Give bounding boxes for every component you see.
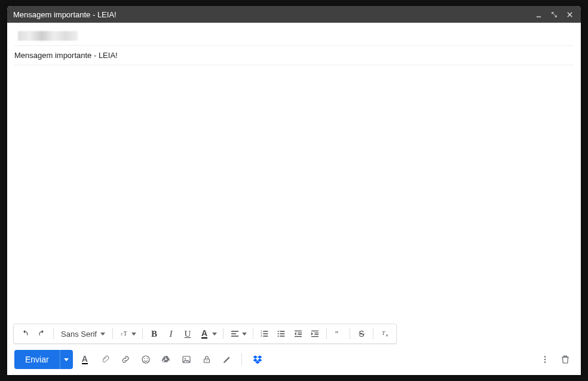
svg-point-10 xyxy=(278,333,279,334)
svg-text:3: 3 xyxy=(261,334,262,337)
toolbar-divider xyxy=(373,328,373,339)
send-button[interactable]: Enviar xyxy=(14,350,60,369)
quote-button[interactable]: ” xyxy=(330,326,346,342)
svg-text:T: T xyxy=(121,333,123,336)
undo-icon xyxy=(20,329,30,339)
bullet-list-icon xyxy=(277,329,286,339)
title-bar: Mensagem importante - LEIA! xyxy=(7,6,581,23)
remove-formatting-button[interactable]: T✕ xyxy=(377,326,393,342)
toolbar-divider xyxy=(53,328,54,339)
compose-window: Mensagem importante - LEIA! xyxy=(7,6,581,375)
indent-more-button[interactable] xyxy=(307,326,323,342)
remove-formatting-icon: T✕ xyxy=(380,329,390,339)
formatting-icon: A xyxy=(82,355,88,364)
caret-down-icon xyxy=(212,333,217,336)
redo-icon xyxy=(37,329,47,339)
svg-point-24 xyxy=(544,361,546,362)
underline-icon: U xyxy=(185,329,191,339)
underline-button[interactable]: U xyxy=(180,326,195,342)
more-vertical-icon xyxy=(540,354,550,365)
indent-less-icon xyxy=(293,329,303,339)
fullscreen-button[interactable] xyxy=(549,9,559,20)
svg-point-16 xyxy=(144,358,145,359)
minimize-icon xyxy=(535,11,542,18)
emoji-icon xyxy=(140,354,151,365)
bullet-list-button[interactable] xyxy=(274,326,289,342)
close-button[interactable] xyxy=(564,9,575,20)
svg-text:✕: ✕ xyxy=(385,334,388,337)
font-family-label: Sans Serif xyxy=(61,330,97,339)
insert-link-button[interactable] xyxy=(117,351,134,368)
strikethrough-icon: S xyxy=(359,329,364,339)
send-more-options-button[interactable] xyxy=(60,350,73,369)
redo-button[interactable] xyxy=(34,326,50,342)
svg-text:”: ” xyxy=(335,330,338,338)
italic-button[interactable]: I xyxy=(163,326,179,342)
toolbar-divider xyxy=(142,328,143,339)
svg-point-15 xyxy=(142,356,149,363)
message-body[interactable] xyxy=(7,65,581,324)
insert-drive-button[interactable] xyxy=(158,351,174,368)
subject-input[interactable] xyxy=(14,50,574,61)
strikethrough-button[interactable]: S xyxy=(354,326,369,342)
google-drive-icon xyxy=(161,354,172,365)
recipients-field[interactable] xyxy=(14,26,574,46)
numbered-list-button[interactable]: 123 xyxy=(257,326,272,342)
window-controls xyxy=(533,9,575,20)
bold-button[interactable]: B xyxy=(146,326,162,342)
svg-line-1 xyxy=(552,13,556,16)
svg-text:T: T xyxy=(124,331,127,337)
caret-down-icon xyxy=(131,333,136,336)
discard-draft-button[interactable] xyxy=(557,351,574,368)
attach-file-button[interactable] xyxy=(97,351,114,368)
minimize-button[interactable] xyxy=(533,9,544,20)
toolbar-divider xyxy=(350,328,350,339)
formatting-toolbar: Sans Serif TT B I U A 123 xyxy=(13,324,397,344)
toolbar-divider xyxy=(253,328,253,339)
svg-point-22 xyxy=(544,356,546,357)
font-size-icon: TT xyxy=(120,329,129,339)
svg-point-11 xyxy=(278,336,279,337)
toolbar-divider xyxy=(223,328,223,339)
pen-icon xyxy=(222,354,232,365)
text-color-icon: A xyxy=(201,330,207,339)
recipient-chip-redacted xyxy=(18,31,78,41)
insert-signature-button[interactable] xyxy=(219,351,235,368)
text-color-button[interactable]: A xyxy=(197,326,212,342)
fullscreen-icon xyxy=(551,11,558,18)
insert-emoji-button[interactable] xyxy=(137,351,154,368)
toolbar-divider xyxy=(326,328,327,339)
caret-down-icon xyxy=(100,333,105,336)
dropbox-icon xyxy=(252,354,263,365)
caret-down-icon xyxy=(64,358,69,361)
paperclip-icon xyxy=(100,354,111,365)
window-title: Mensagem importante - LEIA! xyxy=(13,10,533,19)
svg-point-19 xyxy=(184,358,185,359)
subject-field[interactable] xyxy=(14,46,574,65)
toolbar-divider xyxy=(241,353,242,365)
quote-icon: ” xyxy=(333,329,343,339)
indent-less-button[interactable] xyxy=(290,326,306,342)
indent-more-icon xyxy=(310,329,320,339)
caret-down-icon xyxy=(242,333,247,336)
svg-point-17 xyxy=(146,358,148,359)
bottom-toolbar: Enviar A xyxy=(7,346,581,375)
lock-clock-icon xyxy=(201,354,212,365)
trash-icon xyxy=(560,354,571,365)
svg-point-21 xyxy=(206,361,207,362)
numbered-list-icon: 123 xyxy=(260,329,270,339)
header-fields xyxy=(7,23,581,65)
italic-icon: I xyxy=(169,329,172,339)
confidential-mode-button[interactable] xyxy=(198,351,215,368)
send-button-group: Enviar xyxy=(14,350,73,369)
dropbox-button[interactable] xyxy=(249,351,266,368)
undo-button[interactable] xyxy=(17,326,33,342)
bold-icon: B xyxy=(151,329,157,339)
insert-photo-button[interactable] xyxy=(178,351,195,368)
align-button[interactable] xyxy=(227,326,243,342)
more-options-button[interactable] xyxy=(537,351,553,368)
font-family-select[interactable]: Sans Serif xyxy=(57,326,109,342)
formatting-toggle-button[interactable]: A xyxy=(76,351,93,368)
svg-point-23 xyxy=(544,359,546,360)
font-size-button[interactable]: TT xyxy=(117,326,132,342)
